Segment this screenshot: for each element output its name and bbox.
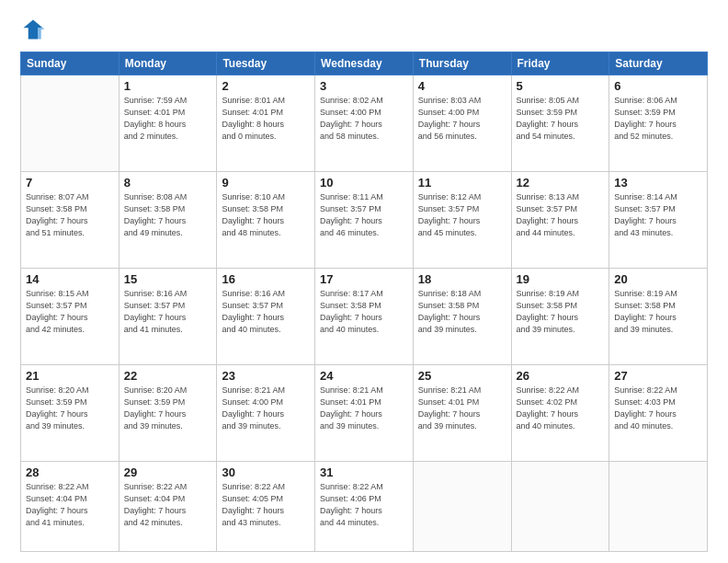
calendar-cell: 11Sunrise: 8:12 AMSunset: 3:57 PMDayligh… xyxy=(413,172,511,269)
day-info: Sunrise: 8:03 AMSunset: 4:00 PMDaylight:… xyxy=(418,95,506,143)
day-info: Sunrise: 8:19 AMSunset: 3:58 PMDaylight:… xyxy=(614,288,702,336)
calendar-cell: 1Sunrise: 7:59 AMSunset: 4:01 PMDaylight… xyxy=(119,75,217,172)
day-number: 1 xyxy=(124,79,212,93)
logo-icon xyxy=(20,17,46,42)
calendar-cell: 13Sunrise: 8:14 AMSunset: 3:57 PMDayligh… xyxy=(609,172,708,269)
calendar-cell: 18Sunrise: 8:18 AMSunset: 3:58 PMDayligh… xyxy=(413,269,511,365)
day-number: 10 xyxy=(320,176,408,190)
day-info: Sunrise: 8:13 AMSunset: 3:57 PMDaylight:… xyxy=(517,191,605,239)
calendar-cell: 26Sunrise: 8:22 AMSunset: 4:02 PMDayligh… xyxy=(511,365,609,462)
calendar-cell: 2Sunrise: 8:01 AMSunset: 4:01 PMDaylight… xyxy=(217,75,315,172)
calendar-cell xyxy=(511,462,609,552)
calendar-cell xyxy=(609,462,708,552)
day-number: 20 xyxy=(614,272,702,286)
day-number: 24 xyxy=(320,369,408,383)
day-number: 8 xyxy=(124,176,212,190)
day-info: Sunrise: 8:21 AMSunset: 4:00 PMDaylight:… xyxy=(222,385,310,432)
day-info: Sunrise: 8:10 AMSunset: 3:58 PMDaylight:… xyxy=(222,191,310,239)
day-info: Sunrise: 8:19 AMSunset: 3:58 PMDaylight:… xyxy=(517,288,605,336)
calendar-cell: 16Sunrise: 8:16 AMSunset: 3:57 PMDayligh… xyxy=(217,269,315,365)
calendar-cell: 22Sunrise: 8:20 AMSunset: 3:59 PMDayligh… xyxy=(119,365,217,462)
day-info: Sunrise: 8:01 AMSunset: 4:01 PMDaylight:… xyxy=(222,95,310,143)
day-info: Sunrise: 8:21 AMSunset: 4:01 PMDaylight:… xyxy=(418,385,506,432)
day-number: 12 xyxy=(517,176,605,190)
weekday-header-monday: Monday xyxy=(119,52,217,75)
day-number: 6 xyxy=(614,79,702,93)
calendar-cell: 10Sunrise: 8:11 AMSunset: 3:57 PMDayligh… xyxy=(315,172,414,269)
calendar-cell: 24Sunrise: 8:21 AMSunset: 4:01 PMDayligh… xyxy=(315,365,414,462)
weekday-header-row: SundayMondayTuesdayWednesdayThursdayFrid… xyxy=(21,52,708,75)
day-number: 31 xyxy=(320,465,408,479)
calendar-cell: 29Sunrise: 8:22 AMSunset: 4:04 PMDayligh… xyxy=(119,462,217,552)
day-number: 18 xyxy=(418,272,506,286)
calendar-cell: 17Sunrise: 8:17 AMSunset: 3:58 PMDayligh… xyxy=(315,269,414,365)
day-info: Sunrise: 8:08 AMSunset: 3:58 PMDaylight:… xyxy=(124,191,212,239)
day-info: Sunrise: 8:22 AMSunset: 4:02 PMDaylight:… xyxy=(517,385,605,432)
calendar-cell: 31Sunrise: 8:22 AMSunset: 4:06 PMDayligh… xyxy=(315,462,414,552)
day-number: 29 xyxy=(124,465,212,479)
weekday-header-sunday: Sunday xyxy=(21,52,119,75)
weekday-header-saturday: Saturday xyxy=(609,52,708,75)
calendar-cell xyxy=(21,75,119,172)
day-number: 2 xyxy=(222,79,310,93)
day-number: 27 xyxy=(614,369,702,383)
calendar-cell: 9Sunrise: 8:10 AMSunset: 3:58 PMDaylight… xyxy=(217,172,315,269)
logo xyxy=(20,17,50,42)
calendar-cell: 8Sunrise: 8:08 AMSunset: 3:58 PMDaylight… xyxy=(119,172,217,269)
day-number: 15 xyxy=(124,272,212,286)
day-info: Sunrise: 8:22 AMSunset: 4:05 PMDaylight:… xyxy=(222,481,310,529)
calendar-cell: 7Sunrise: 8:07 AMSunset: 3:58 PMDaylight… xyxy=(21,172,119,269)
calendar-cell: 27Sunrise: 8:22 AMSunset: 4:03 PMDayligh… xyxy=(609,365,708,462)
calendar-cell: 25Sunrise: 8:21 AMSunset: 4:01 PMDayligh… xyxy=(413,365,511,462)
week-row-5: 28Sunrise: 8:22 AMSunset: 4:04 PMDayligh… xyxy=(21,462,708,552)
day-number: 14 xyxy=(26,272,114,286)
day-number: 25 xyxy=(418,369,506,383)
calendar-cell: 15Sunrise: 8:16 AMSunset: 3:57 PMDayligh… xyxy=(119,269,217,365)
week-row-4: 21Sunrise: 8:20 AMSunset: 3:59 PMDayligh… xyxy=(21,365,708,462)
week-row-1: 1Sunrise: 7:59 AMSunset: 4:01 PMDaylight… xyxy=(21,75,708,172)
day-number: 13 xyxy=(614,176,702,190)
weekday-header-wednesday: Wednesday xyxy=(315,52,414,75)
day-number: 30 xyxy=(222,465,310,479)
day-info: Sunrise: 8:22 AMSunset: 4:03 PMDaylight:… xyxy=(614,385,702,432)
weekday-header-friday: Friday xyxy=(511,52,609,75)
calendar-cell: 21Sunrise: 8:20 AMSunset: 3:59 PMDayligh… xyxy=(21,365,119,462)
day-number: 17 xyxy=(320,272,408,286)
day-info: Sunrise: 8:05 AMSunset: 3:59 PMDaylight:… xyxy=(517,95,605,143)
day-info: Sunrise: 8:11 AMSunset: 3:57 PMDaylight:… xyxy=(320,191,408,239)
calendar-cell: 30Sunrise: 8:22 AMSunset: 4:05 PMDayligh… xyxy=(217,462,315,552)
day-number: 11 xyxy=(418,176,506,190)
day-info: Sunrise: 8:18 AMSunset: 3:58 PMDaylight:… xyxy=(418,288,506,336)
day-info: Sunrise: 8:22 AMSunset: 4:06 PMDaylight:… xyxy=(320,481,408,529)
day-info: Sunrise: 8:20 AMSunset: 3:59 PMDaylight:… xyxy=(26,385,114,432)
weekday-header-tuesday: Tuesday xyxy=(217,52,315,75)
calendar-cell: 6Sunrise: 8:06 AMSunset: 3:59 PMDaylight… xyxy=(609,75,708,172)
day-number: 21 xyxy=(26,369,114,383)
day-info: Sunrise: 7:59 AMSunset: 4:01 PMDaylight:… xyxy=(124,95,212,143)
day-number: 7 xyxy=(26,176,114,190)
calendar-table: SundayMondayTuesdayWednesdayThursdayFrid… xyxy=(20,52,708,552)
calendar-cell: 5Sunrise: 8:05 AMSunset: 3:59 PMDaylight… xyxy=(511,75,609,172)
day-number: 5 xyxy=(517,79,605,93)
calendar-cell: 20Sunrise: 8:19 AMSunset: 3:58 PMDayligh… xyxy=(609,269,708,365)
day-number: 26 xyxy=(517,369,605,383)
header xyxy=(20,17,708,42)
day-number: 16 xyxy=(222,272,310,286)
calendar-cell: 28Sunrise: 8:22 AMSunset: 4:04 PMDayligh… xyxy=(21,462,119,552)
day-info: Sunrise: 8:15 AMSunset: 3:57 PMDaylight:… xyxy=(26,288,114,336)
day-number: 19 xyxy=(517,272,605,286)
calendar-cell: 19Sunrise: 8:19 AMSunset: 3:58 PMDayligh… xyxy=(511,269,609,365)
day-info: Sunrise: 8:07 AMSunset: 3:58 PMDaylight:… xyxy=(26,191,114,239)
day-number: 3 xyxy=(320,79,408,93)
weekday-header-thursday: Thursday xyxy=(413,52,511,75)
day-number: 22 xyxy=(124,369,212,383)
page: SundayMondayTuesdayWednesdayThursdayFrid… xyxy=(0,0,728,563)
day-number: 4 xyxy=(418,79,506,93)
day-info: Sunrise: 8:14 AMSunset: 3:57 PMDaylight:… xyxy=(614,191,702,239)
calendar-cell: 23Sunrise: 8:21 AMSunset: 4:00 PMDayligh… xyxy=(217,365,315,462)
week-row-2: 7Sunrise: 8:07 AMSunset: 3:58 PMDaylight… xyxy=(21,172,708,269)
calendar-cell xyxy=(413,462,511,552)
day-info: Sunrise: 8:22 AMSunset: 4:04 PMDaylight:… xyxy=(124,481,212,529)
week-row-3: 14Sunrise: 8:15 AMSunset: 3:57 PMDayligh… xyxy=(21,269,708,365)
day-info: Sunrise: 8:02 AMSunset: 4:00 PMDaylight:… xyxy=(320,95,408,143)
